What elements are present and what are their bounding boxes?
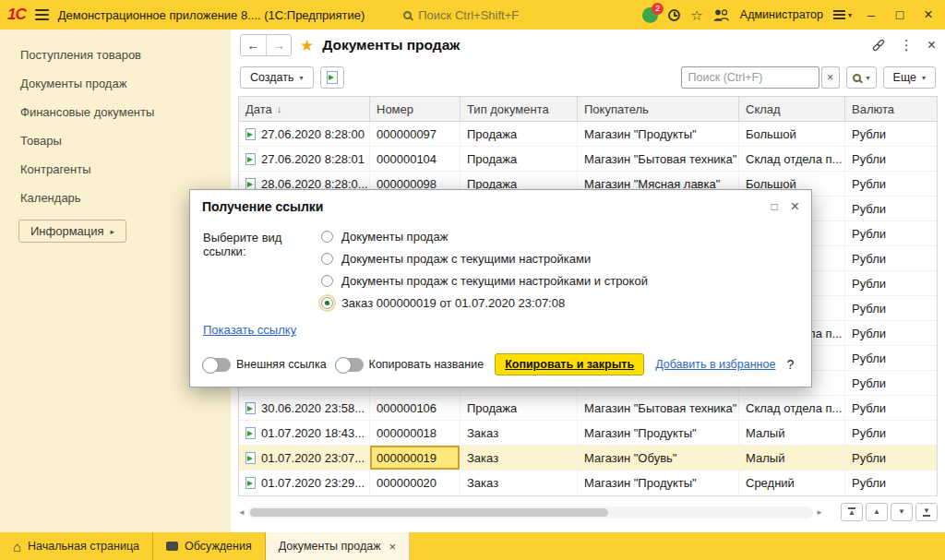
scrollbar-track[interactable] — [248, 506, 813, 518]
list-search: × — [681, 66, 840, 89]
get-link-icon[interactable] — [871, 38, 886, 53]
information-button[interactable]: Информация ▸ — [18, 220, 126, 243]
cell-currency: Рубли — [845, 122, 930, 146]
cell-currency: Рубли — [845, 396, 930, 420]
users-icon[interactable] — [713, 9, 730, 21]
cell-buyer: Магазин "Продукты" — [578, 471, 739, 495]
cell-warehouse-text: Склад отдела п... — [746, 152, 842, 166]
cell-doc-type: Продажа — [461, 147, 578, 171]
global-search[interactable]: Поиск Ctrl+Shift+F — [403, 8, 519, 22]
history-icon[interactable] — [668, 9, 680, 21]
scroll-left-icon[interactable]: ◄ — [238, 508, 245, 517]
app-window: 1С Демонстрационное приложение 8.... (1С… — [0, 0, 945, 560]
go-first-button[interactable]: ▲ — [841, 503, 863, 521]
cell-date: 27.06.2020 8:28:00 — [239, 122, 370, 146]
tab-label: Начальная страница — [28, 540, 139, 553]
cell-date-text: 27.06.2020 8:28:00 — [261, 127, 365, 141]
cell-buyer: Магазин "Продукты" — [578, 122, 739, 146]
sidebar-item-2[interactable]: Финансовые документы — [0, 98, 231, 126]
cell-currency-text: Рубли — [852, 302, 886, 316]
document-icon — [245, 477, 256, 489]
go-previous-button[interactable]: ▲ — [866, 503, 888, 521]
column-header-0[interactable]: Дата↓ — [239, 97, 370, 121]
maximize-button[interactable]: □ — [891, 8, 909, 21]
search-icon — [853, 74, 861, 82]
cell-doc-type-text: Продажа — [467, 127, 517, 141]
column-header-label: Покупатель — [584, 102, 649, 116]
close-dialog-icon[interactable]: × — [791, 199, 799, 214]
external-link-toggle[interactable] — [203, 358, 231, 372]
table-row[interactable]: 30.06.2020 23:58...000000106ПродажаМагаз… — [239, 396, 937, 421]
chevron-down-icon: ▾ — [848, 11, 852, 19]
kebab-menu-icon[interactable]: ⋮ — [900, 37, 914, 54]
search-icon — [403, 11, 412, 19]
back-button[interactable]: ← — [241, 35, 266, 55]
discussions-server-icon[interactable]: 2 — [642, 7, 658, 23]
cell-date-text: 27.06.2020 8:28:01 — [261, 152, 365, 166]
cell-warehouse-text: Большой — [746, 127, 796, 141]
sidebar-item-1[interactable]: Документы продаж — [0, 69, 231, 98]
sidebar-item-4[interactable]: Контрагенты — [0, 155, 231, 184]
close-window-button[interactable]: × — [919, 7, 938, 22]
cell-warehouse: Склад отдела п... — [739, 147, 845, 171]
forward-button[interactable]: → — [266, 35, 291, 55]
scroll-right-icon[interactable]: ► — [816, 508, 823, 517]
cell-currency: Рубли — [845, 271, 930, 295]
table-row[interactable]: 01.07.2020 23:07...000000019ЗаказМагазин… — [239, 446, 937, 471]
copy-name-toggle[interactable] — [336, 358, 364, 372]
cell-warehouse: Большой — [739, 122, 845, 146]
cell-warehouse-text: Малый — [746, 426, 784, 440]
search-options-button[interactable]: ▾ — [846, 66, 877, 89]
go-last-button[interactable]: ▼ — [915, 503, 938, 521]
link-type-option-0[interactable]: Документы продаж — [321, 230, 648, 244]
taskbar-tab-1[interactable]: Обсуждения — [153, 532, 266, 560]
radio-option-label: Заказ 000000019 от 01.07.2020 23:07:08 — [341, 296, 565, 310]
cell-currency-text: Рубли — [852, 177, 886, 191]
add-to-favorites-link[interactable]: Добавить в избранное — [655, 358, 775, 371]
cell-doc-type: Продажа — [461, 122, 578, 146]
service-settings-icon[interactable]: ▾ — [833, 10, 852, 19]
link-type-option-3[interactable]: Заказ 000000019 от 01.07.2020 23:07:08 — [321, 296, 648, 310]
copy-and-close-button[interactable]: Копировать и закрыть — [495, 353, 644, 375]
link-type-option-1[interactable]: Документы продаж с текущими настройками — [321, 252, 648, 266]
history-nav-group: ← → — [240, 34, 292, 56]
create-by-copy-button[interactable] — [320, 66, 344, 89]
table-row[interactable]: 27.06.2020 8:28:00000000097ПродажаМагази… — [239, 122, 937, 147]
main-menu-icon[interactable] — [35, 9, 49, 20]
more-button[interactable]: Еще ▾ — [883, 66, 936, 89]
column-header-1[interactable]: Номер — [370, 97, 461, 121]
dialog-header: Получение ссылки □ × — [190, 190, 811, 218]
help-button[interactable]: ? — [786, 357, 794, 372]
table-row[interactable]: 01.07.2020 18:43...000000018ЗаказМагазин… — [239, 421, 937, 446]
add-favorite-star-icon[interactable]: ★ — [300, 38, 314, 54]
minimize-button[interactable]: – — [862, 8, 880, 21]
close-panel-icon[interactable]: × — [927, 37, 936, 54]
favorites-icon[interactable]: ☆ — [690, 8, 702, 22]
taskbar-tab-0[interactable]: ⌂Начальная страница — [0, 532, 153, 560]
taskbar-tab-2[interactable]: Документы продаж× — [266, 532, 411, 560]
restore-dialog-icon[interactable]: □ — [771, 201, 777, 212]
link-type-option-2[interactable]: Документы продаж с текущими настройками … — [321, 274, 648, 288]
column-header-4[interactable]: Склад — [739, 97, 845, 121]
taskbar: ⌂Начальная страницаОбсужденияДокументы п… — [0, 532, 945, 560]
radio-selected-icon — [321, 297, 333, 309]
cell-buyer: Магазин "Бытовая техника" — [578, 396, 739, 420]
column-header-5[interactable]: Валюта — [845, 97, 930, 121]
create-button[interactable]: Создать ▾ — [240, 66, 314, 89]
cell-currency: Рубли — [845, 371, 930, 395]
close-tab-icon[interactable]: × — [389, 540, 397, 554]
column-header-2[interactable]: Тип документа — [461, 97, 578, 121]
copy-name-toggle-label: Копировать название — [369, 358, 484, 371]
column-header-3[interactable]: Покупатель — [578, 97, 739, 121]
cell-date-text: 01.07.2020 23:07... — [261, 451, 365, 465]
table-row[interactable]: 01.07.2020 23:29...000000020ЗаказМагазин… — [239, 471, 937, 495]
sidebar-item-0[interactable]: Поступления товаров — [0, 41, 231, 69]
go-next-button[interactable]: ▼ — [891, 503, 913, 521]
sidebar-item-3[interactable]: Товары — [0, 126, 231, 155]
show-link-link[interactable]: Показать ссылку — [203, 323, 296, 337]
clear-search-button[interactable]: × — [821, 66, 840, 89]
document-icon — [245, 452, 256, 464]
table-row[interactable]: 27.06.2020 8:28:01000000104ПродажаМагази… — [239, 147, 937, 172]
search-input[interactable] — [681, 66, 819, 89]
scrollbar-thumb[interactable] — [250, 508, 608, 517]
